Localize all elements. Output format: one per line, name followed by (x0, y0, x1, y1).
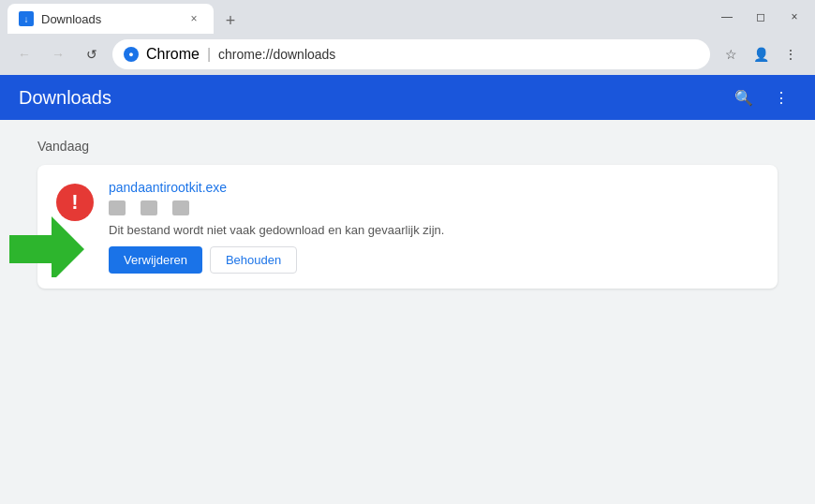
download-details: pandaantirootkit.exe Dit bestand wordt n… (109, 180, 759, 274)
section-today: Vandaag (37, 139, 778, 154)
download-meta (109, 200, 759, 215)
site-icon: ● (124, 47, 139, 62)
minimize-button[interactable]: — (714, 4, 740, 30)
tab-close-button[interactable]: × (185, 10, 202, 27)
browser-window: ↓ Downloads × + — ◻ × ← → ↺ ● Chrome | c… (0, 0, 815, 504)
header-actions: 🔍 ⋮ (729, 82, 796, 112)
tab-title: Downloads (41, 12, 178, 26)
maximize-button[interactable]: ◻ (748, 4, 774, 30)
download-card-wrapper: ! pandaantirootkit.exe Dit bestand wordt… (37, 165, 778, 289)
content-area: Vandaag ! pandaantirootkit.exe Dit besta… (0, 120, 815, 504)
window-controls: — ◻ × (714, 4, 808, 30)
page-title: Downloads (19, 87, 111, 109)
back-button[interactable]: ← (11, 41, 37, 67)
address-bar: ← → ↺ ● Chrome | chrome://downloads ☆ 👤 … (0, 34, 815, 75)
meta-block-3 (172, 200, 189, 215)
active-tab[interactable]: ↓ Downloads × (7, 4, 214, 34)
warning-arrow-icon (9, 202, 84, 277)
url-bar[interactable]: ● Chrome | chrome://downloads (112, 39, 710, 69)
search-button[interactable]: 🔍 (729, 82, 759, 112)
address-actions: ☆ 👤 ⋮ (718, 41, 804, 67)
page-header: Downloads 🔍 ⋮ (0, 75, 815, 120)
meta-block-2 (141, 200, 157, 215)
title-bar: ↓ Downloads × + — ◻ × (0, 0, 815, 34)
forward-button[interactable]: → (45, 41, 71, 67)
download-action-buttons: Verwijderen Behouden (109, 246, 759, 274)
tab-bar: ↓ Downloads × + (7, 0, 244, 34)
bookmark-button[interactable]: ☆ (718, 41, 744, 67)
download-item: ! pandaantirootkit.exe Dit bestand wordt… (37, 165, 778, 289)
delete-button[interactable]: Verwijderen (109, 246, 202, 274)
more-options-button[interactable]: ⋮ (766, 82, 796, 112)
profile-button[interactable]: 👤 (748, 41, 774, 67)
url-separator: | (207, 46, 211, 63)
browser-menu-button[interactable]: ⋮ (778, 41, 804, 67)
close-button[interactable]: × (781, 4, 808, 30)
reload-button[interactable]: ↺ (79, 41, 105, 67)
url-text: chrome://downloads (218, 47, 335, 62)
new-tab-button[interactable]: + (217, 7, 244, 34)
svg-marker-0 (9, 216, 84, 277)
keep-button[interactable]: Behouden (210, 246, 297, 274)
warning-text: Dit bestand wordt niet vaak gedownload e… (109, 223, 759, 237)
meta-block-1 (109, 200, 126, 215)
url-site-label: Chrome (146, 46, 200, 63)
tab-favicon: ↓ (19, 11, 34, 26)
download-filename[interactable]: pandaantirootkit.exe (109, 180, 759, 195)
